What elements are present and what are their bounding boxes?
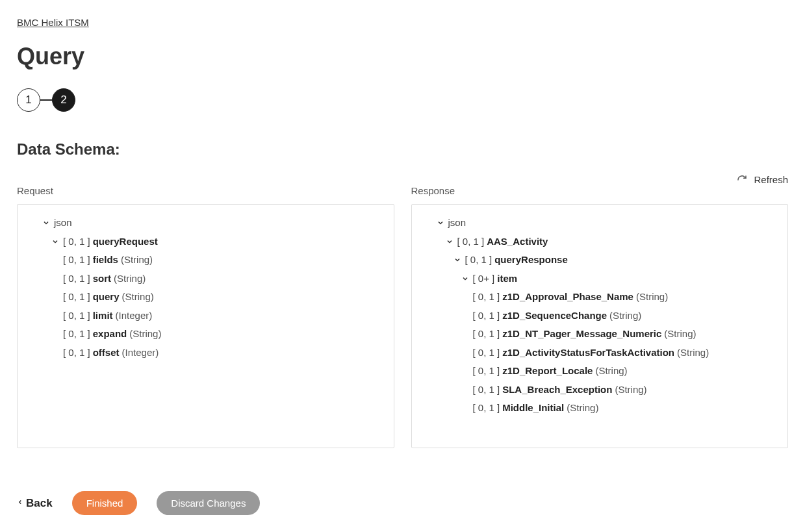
chevron-down-icon[interactable] <box>452 256 463 264</box>
chevron-down-icon[interactable] <box>50 238 60 246</box>
field-name: Middle_Initial <box>502 399 564 418</box>
refresh-icon <box>737 175 747 185</box>
field-type: (String) <box>122 288 154 307</box>
chevron-left-icon <box>17 497 23 510</box>
field-type: (String) <box>636 288 668 307</box>
field-type: (String) <box>664 325 696 344</box>
cardinality-label: [ 0, 1 ] <box>63 288 90 307</box>
cardinality-label: [ 0, 1 ] <box>465 251 492 270</box>
tree-leaf[interactable]: [ 0, 1 ] Middle_Initial (String) <box>418 399 782 418</box>
cardinality-label: [ 0, 1 ] <box>473 288 500 307</box>
request-panel: json [ 0, 1 ] queryRequest [ 0, 1 ] fiel… <box>17 204 394 448</box>
field-type: (String) <box>129 325 161 344</box>
cardinality-label: [ 0, 1 ] <box>63 270 90 288</box>
tree-node-label: json <box>54 214 72 233</box>
refresh-button[interactable]: Refresh <box>737 174 788 185</box>
field-name: z1D_Approval_Phase_Name <box>502 288 633 307</box>
tree-leaf[interactable]: [ 0, 1 ] fields (String) <box>24 251 387 270</box>
chevron-down-icon[interactable] <box>444 238 455 246</box>
chevron-down-icon[interactable] <box>435 219 446 227</box>
cardinality-label: [ 0, 1 ] <box>457 233 485 251</box>
back-label: Back <box>26 497 53 510</box>
page-title: Query <box>17 43 788 70</box>
tree-node-json[interactable]: json <box>418 214 782 233</box>
stepper: 1 2 <box>17 88 788 112</box>
cardinality-label: [ 0, 1 ] <box>473 344 500 362</box>
cardinality-label: [ 0, 1 ] <box>473 362 500 381</box>
field-type: (String) <box>595 362 627 381</box>
cardinality-label: [ 0, 1 ] <box>473 307 500 325</box>
field-type: (String) <box>567 399 598 418</box>
discard-changes-button[interactable]: Discard Changes <box>157 491 260 515</box>
cardinality-label: [ 0, 1 ] <box>63 307 90 325</box>
field-type: (String) <box>121 251 153 270</box>
tree-leaf[interactable]: [ 0, 1 ] SLA_Breach_Exception (String) <box>418 381 782 399</box>
field-name: limit <box>93 307 113 325</box>
cardinality-label: [ 0, 1 ] <box>473 399 500 418</box>
tree-leaf[interactable]: [ 0, 1 ] z1D_NT_Pager_Message_Numeric (S… <box>418 325 782 344</box>
back-button[interactable]: Back <box>17 497 53 510</box>
field-name: z1D_ActivityStatusForTaskActivation <box>502 344 674 362</box>
tree-node-label: AAS_Activity <box>487 233 548 251</box>
cardinality-label: [ 0, 1 ] <box>473 381 500 399</box>
section-title: Data Schema: <box>17 140 788 158</box>
field-type: (String) <box>615 381 646 399</box>
chevron-down-icon[interactable] <box>41 219 51 227</box>
breadcrumb-link[interactable]: BMC Helix ITSM <box>17 17 89 28</box>
tree-node-label: json <box>448 214 466 233</box>
response-panel: json [ 0, 1 ] AAS_Activity <box>411 204 789 448</box>
field-name: expand <box>93 325 127 344</box>
cardinality-label: [ 0+ ] <box>473 270 495 288</box>
tree-leaf[interactable]: [ 0, 1 ] limit (Integer) <box>24 307 387 325</box>
field-name: offset <box>93 344 120 362</box>
tree-leaf[interactable]: [ 0, 1 ] query (String) <box>24 288 387 307</box>
step-2[interactable]: 2 <box>52 88 75 112</box>
field-type: (Integer) <box>116 307 153 325</box>
field-name: fields <box>93 251 118 270</box>
field-name: query <box>93 288 120 307</box>
cardinality-label: [ 0, 1 ] <box>473 325 500 344</box>
tree-leaf[interactable]: [ 0, 1 ] offset (Integer) <box>24 344 387 362</box>
cardinality-label: [ 0, 1 ] <box>63 251 90 270</box>
field-type: (String) <box>114 270 146 288</box>
field-type: (Integer) <box>122 344 159 362</box>
cardinality-label: [ 0, 1 ] <box>63 325 90 344</box>
tree-node-queryrequest[interactable]: [ 0, 1 ] queryRequest <box>24 233 387 251</box>
tree-leaf[interactable]: [ 0, 1 ] z1D_SequenceChange (String) <box>418 307 782 325</box>
tree-node-json[interactable]: json <box>24 214 387 233</box>
tree-node-item[interactable]: [ 0+ ] item <box>418 270 782 288</box>
field-type: (String) <box>677 344 709 362</box>
tree-node-label: item <box>497 270 517 288</box>
field-name: SLA_Breach_Exception <box>502 381 612 399</box>
cardinality-label: [ 0, 1 ] <box>63 344 90 362</box>
tree-node-aas-activity[interactable]: [ 0, 1 ] AAS_Activity <box>418 233 782 251</box>
finished-button[interactable]: Finished <box>72 491 138 515</box>
tree-leaf[interactable]: [ 0, 1 ] z1D_Approval_Phase_Name (String… <box>418 288 782 307</box>
step-1[interactable]: 1 <box>17 88 40 112</box>
cardinality-label: [ 0, 1 ] <box>63 233 90 251</box>
tree-leaf[interactable]: [ 0, 1 ] z1D_ActivityStatusForTaskActiva… <box>418 344 782 362</box>
response-label: Response <box>411 185 789 196</box>
tree-leaf[interactable]: [ 0, 1 ] z1D_Report_Locale (String) <box>418 362 782 381</box>
field-type: (String) <box>609 307 641 325</box>
step-connector <box>40 99 52 101</box>
request-label: Request <box>17 185 394 196</box>
tree-leaf[interactable]: [ 0, 1 ] expand (String) <box>24 325 387 344</box>
chevron-down-icon[interactable] <box>460 275 470 283</box>
field-name: z1D_Report_Locale <box>502 362 593 381</box>
field-name: sort <box>93 270 111 288</box>
field-name: z1D_NT_Pager_Message_Numeric <box>502 325 661 344</box>
refresh-label: Refresh <box>754 174 788 185</box>
tree-leaf[interactable]: [ 0, 1 ] sort (String) <box>24 270 387 288</box>
field-name: z1D_SequenceChange <box>502 307 607 325</box>
tree-node-label: queryRequest <box>93 233 158 251</box>
tree-node-label: queryResponse <box>494 251 568 270</box>
tree-node-queryresponse[interactable]: [ 0, 1 ] queryResponse <box>418 251 782 270</box>
